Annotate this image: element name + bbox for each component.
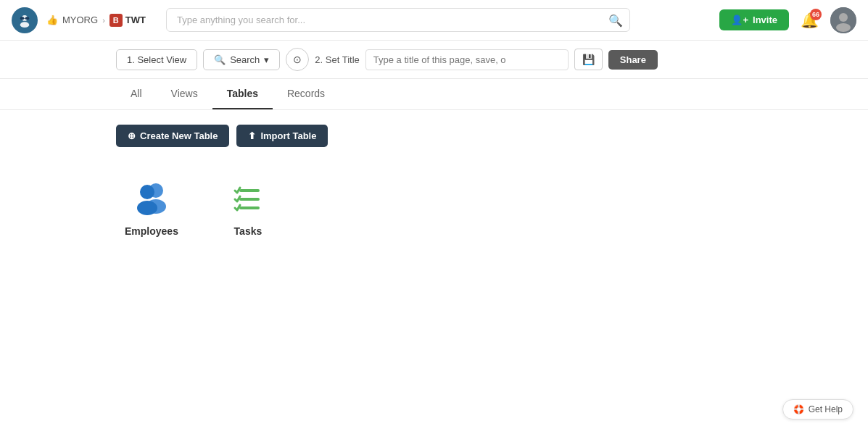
header-actions: 👤+ Invite 🔔 66: [719, 7, 856, 33]
search-label: Search: [230, 54, 260, 65]
upload-icon: ⬆: [248, 130, 256, 141]
invite-icon: 👤+: [731, 14, 748, 25]
search-dropdown-icon: ▾: [264, 54, 269, 65]
svg-rect-4: [25, 17, 29, 20]
search-icon: 🔍: [214, 54, 226, 65]
forward-icon: ⊙: [293, 54, 302, 65]
create-new-table-button[interactable]: ⊕ Create New Table: [116, 125, 229, 147]
main-content: ⊕ Create New Table ⬆ Import Table Employ…: [0, 110, 868, 260]
svg-point-11: [140, 185, 154, 199]
table-item-employees[interactable]: Employees: [116, 170, 187, 246]
share-button[interactable]: Share: [608, 50, 658, 70]
set-title-label: 2. Set Title: [315, 54, 359, 65]
global-search-bar: 🔍: [166, 8, 630, 32]
save-icon: 💾: [582, 54, 595, 65]
select-view-button[interactable]: 1. Select View: [116, 49, 197, 70]
invite-button[interactable]: 👤+ Invite: [719, 9, 789, 30]
svg-point-2: [20, 22, 29, 28]
brand-name: TWT: [125, 14, 146, 25]
org-name[interactable]: MYORG: [62, 14, 98, 25]
toolbar: 1. Select View 🔍 Search ▾ ⊙ 2. Set Title…: [0, 41, 868, 79]
brand-icon: B: [109, 14, 123, 27]
org-thumb-icon: 👍: [46, 14, 58, 25]
tasks-icon: [225, 179, 271, 220]
invite-label: Invite: [753, 14, 777, 25]
notifications-button[interactable]: 🔔 66: [798, 9, 822, 32]
app-logo[interactable]: [12, 7, 38, 33]
svg-point-7: [839, 13, 848, 22]
actions-row: ⊕ Create New Table ⬆ Import Table: [116, 125, 752, 147]
global-search-input[interactable]: [166, 8, 630, 32]
import-table-button[interactable]: ⬆ Import Table: [236, 125, 328, 147]
org-nav: 👍 MYORG › B TWT: [46, 14, 146, 27]
save-button[interactable]: 💾: [574, 49, 603, 70]
svg-point-12: [137, 201, 157, 215]
svg-point-8: [836, 23, 851, 32]
tables-grid: Employees Tasks: [116, 170, 752, 246]
user-avatar[interactable]: [830, 7, 856, 33]
tasks-label: Tasks: [234, 225, 263, 237]
create-table-label: Create New Table: [140, 130, 218, 141]
forward-button[interactable]: ⊙: [286, 48, 309, 71]
tab-views[interactable]: Views: [157, 79, 212, 109]
notification-badge: 66: [810, 9, 822, 20]
plus-icon: ⊕: [128, 130, 136, 141]
brand-nav[interactable]: B TWT: [109, 14, 146, 27]
global-search-button[interactable]: 🔍: [608, 13, 623, 27]
tab-tables[interactable]: Tables: [212, 79, 273, 109]
header: 👍 MYORG › B TWT 🔍 👤+ Invite 🔔 66: [0, 0, 868, 41]
svg-rect-3: [20, 17, 24, 20]
tab-all[interactable]: All: [116, 79, 157, 109]
search-button[interactable]: 🔍 Search ▾: [203, 49, 280, 70]
content-tabs: All Views Tables Records: [0, 79, 868, 110]
share-label: Share: [620, 54, 646, 65]
tab-records[interactable]: Records: [273, 79, 339, 109]
employees-icon: [128, 179, 175, 220]
page-title-input[interactable]: [365, 49, 569, 70]
select-view-label: 1. Select View: [127, 54, 186, 65]
breadcrumb-chevron: ›: [102, 16, 105, 25]
table-item-tasks[interactable]: Tasks: [216, 170, 280, 246]
employees-label: Employees: [125, 225, 178, 237]
import-table-label: Import Table: [260, 130, 316, 141]
